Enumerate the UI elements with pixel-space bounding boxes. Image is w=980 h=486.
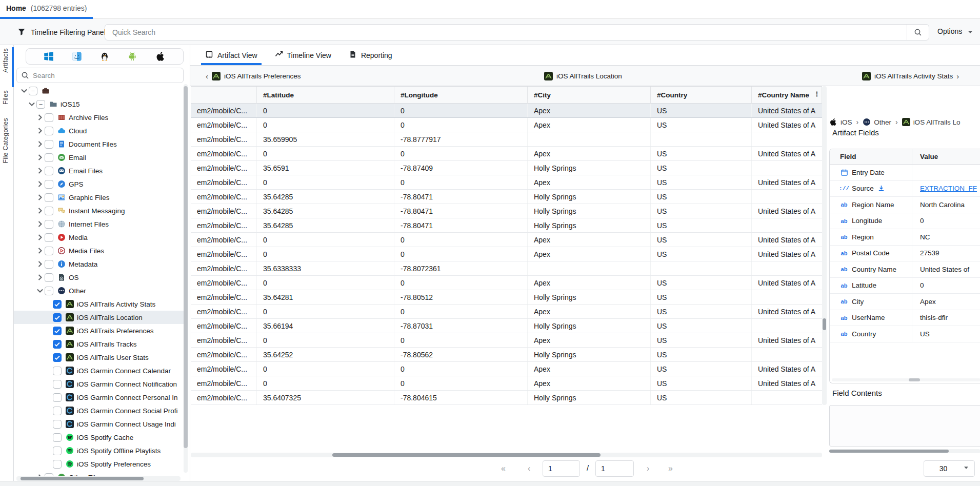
sidebar-horizontal-scrollbar-thumb[interactable] bbox=[21, 477, 144, 480]
grid-row[interactable]: em2/mobile/C...00ApexUSUnited States of … bbox=[191, 276, 822, 290]
grid-row[interactable]: em2/mobile/C...00ApexUSUnited States of … bbox=[191, 175, 822, 190]
chevron-right-icon[interactable] bbox=[35, 233, 45, 241]
grid-row[interactable]: em2/mobile/C...35.64252-78.80562Holly Sp… bbox=[191, 348, 822, 362]
grid-row[interactable]: em2/mobile/C...00ApexUSUnited States of … bbox=[191, 333, 822, 348]
field-row-country-name[interactable]: abCountry NameUnited States of bbox=[830, 261, 980, 278]
tree-checkbox[interactable] bbox=[53, 367, 62, 375]
tree-checkbox[interactable] bbox=[45, 220, 53, 229]
tree-checkbox[interactable] bbox=[45, 140, 53, 149]
chevron-right-icon[interactable] bbox=[35, 140, 45, 148]
tree-item-gps[interactable]: GPS bbox=[14, 177, 184, 191]
quick-search-input[interactable] bbox=[105, 28, 907, 36]
grid-row[interactable]: em2/mobile/C...35.64281-78.80512Holly Sp… bbox=[191, 290, 822, 305]
field-contents-box[interactable] bbox=[829, 405, 980, 447]
tree-checkbox[interactable] bbox=[45, 113, 53, 122]
grid-row[interactable]: em2/mobile/C...00ApexUSUnited States of … bbox=[191, 104, 822, 118]
tree-item-ios-garmin-connect-calendar[interactable]: iOS Garmin Connect Calendar bbox=[14, 364, 184, 377]
grid-row[interactable]: em2/mobile/C...00ApexUSUnited States of … bbox=[191, 233, 822, 247]
tree-item-ios-garmin-connect-usage-indi[interactable]: iOS Garmin Connect Usage Indi bbox=[14, 417, 184, 431]
tree-checkbox[interactable] bbox=[45, 260, 53, 269]
column-header-city[interactable]: #City bbox=[528, 87, 651, 103]
grid-row[interactable]: em2/mobile/C...35.6591-78.87409Holly Spr… bbox=[191, 161, 822, 175]
field-row-region-name[interactable]: abRegion NameNorth Carolina bbox=[830, 197, 980, 213]
tree-item-media-files[interactable]: Media Files bbox=[14, 244, 184, 257]
grid-row[interactable]: em2/mobile/C...00ApexUSUnited States of … bbox=[191, 247, 822, 261]
field-row-source[interactable]: ://SourceEXTRACTION_FF bbox=[830, 181, 980, 197]
column-header-source[interactable] bbox=[191, 87, 257, 103]
tree-checkbox[interactable] bbox=[45, 273, 53, 282]
next-page-button[interactable]: › bbox=[647, 460, 649, 477]
windows-filter-button[interactable] bbox=[44, 51, 54, 62]
prev-artifact-button[interactable]: ‹ iOS AllTrails Preferences bbox=[206, 66, 301, 86]
breadcrumb-item[interactable]: Other bbox=[863, 118, 891, 126]
tree-checkbox[interactable] bbox=[45, 167, 53, 175]
breadcrumb-item[interactable]: iOS AllTrails Lo bbox=[902, 118, 961, 126]
tree-item-instant-messaging[interactable]: Instant Messaging bbox=[14, 204, 184, 217]
chevron-right-icon[interactable] bbox=[35, 153, 45, 161]
tree-checkbox[interactable] bbox=[53, 393, 62, 402]
grid-row[interactable]: em2/mobile/C...35.6407325-78.804615Holly… bbox=[191, 391, 822, 405]
chevron-down-icon[interactable] bbox=[27, 100, 36, 108]
chevron-right-icon[interactable] bbox=[35, 220, 45, 228]
tree-item-ios-alltrails-user-stats[interactable]: iOS AllTrails User Stats bbox=[14, 351, 184, 364]
tree-checkbox[interactable] bbox=[53, 447, 62, 455]
field-row-postal-code[interactable]: abPostal Code27539 bbox=[830, 246, 980, 262]
android-filter-button[interactable] bbox=[127, 51, 137, 62]
fields-column-field[interactable]: Field bbox=[830, 149, 912, 164]
total-pages-input[interactable] bbox=[595, 460, 634, 477]
grid-row[interactable]: em2/mobile/C...35.64285-78.80471Holly Sp… bbox=[191, 204, 822, 218]
tree-item-ios-garmin-connect-social-profi[interactable]: iOS Garmin Connect Social Profi bbox=[14, 404, 184, 417]
last-page-button[interactable]: » bbox=[668, 460, 673, 477]
tab-timeline-view[interactable]: Timeline View bbox=[275, 45, 331, 65]
current-page-input[interactable] bbox=[543, 460, 580, 477]
tree-checkbox[interactable] bbox=[53, 433, 62, 442]
linux-filter-button[interactable] bbox=[99, 51, 110, 62]
tree-item-email-files[interactable]: Email Files bbox=[14, 164, 184, 177]
grid-row[interactable]: em2/mobile/C...35.64285-78.80471Holly Sp… bbox=[191, 190, 822, 204]
grid-vertical-scrollbar-thumb[interactable] bbox=[823, 318, 826, 330]
tree-item-ios-spotify-offline-playlists[interactable]: iOS Spotify Offline Playlists bbox=[14, 444, 184, 457]
field-row-entry-date[interactable]: Entry Date bbox=[830, 165, 980, 181]
tree-item-internet-files[interactable]: Internet Files bbox=[14, 217, 184, 231]
tree-checkbox[interactable] bbox=[53, 380, 62, 389]
tree-checkbox[interactable] bbox=[45, 193, 53, 202]
column-header-country-name[interactable]: #Country Name⋮ bbox=[752, 87, 822, 103]
tree-checkbox[interactable] bbox=[45, 153, 53, 162]
tree-item-ios-garmin-connect-notification[interactable]: iOS Garmin Connect Notification bbox=[14, 377, 184, 391]
chevron-right-icon[interactable] bbox=[35, 180, 45, 188]
tree-item-metadata[interactable]: Metadata bbox=[14, 257, 184, 271]
tree-item-ios-alltrails-preferences[interactable]: iOS AllTrails Preferences bbox=[14, 324, 184, 337]
tree-item-archive-files[interactable]: Archive Files bbox=[14, 111, 184, 124]
field-row-longitude[interactable]: abLongitude0 bbox=[830, 213, 980, 230]
column-header-latitude[interactable]: #Latitude bbox=[257, 87, 394, 103]
chevron-down-icon[interactable] bbox=[19, 87, 29, 95]
sidebar-search-input[interactable] bbox=[33, 72, 179, 79]
page-size-select[interactable]: 30 bbox=[924, 460, 975, 477]
grid-row[interactable]: em2/mobile/C...35.64285-78.80471Holly Sp… bbox=[191, 218, 822, 233]
tree-checkbox[interactable] bbox=[53, 327, 62, 335]
tree-checkbox[interactable] bbox=[53, 460, 62, 469]
tree-item-ios15[interactable]: −iOS15 bbox=[14, 97, 184, 111]
grid-row[interactable]: em2/mobile/C...00ApexUSUnited States of … bbox=[191, 362, 822, 376]
grid-row[interactable]: em2/mobile/C...35.659905-78.8777917 bbox=[191, 132, 822, 147]
tree-item-other[interactable]: −Other bbox=[14, 284, 184, 297]
tree-item-os[interactable]: OS bbox=[14, 271, 184, 284]
prev-page-button[interactable]: ‹ bbox=[528, 460, 530, 477]
field-value-link[interactable]: EXTRACTION_FF bbox=[912, 185, 980, 192]
tree-checkbox[interactable] bbox=[45, 233, 53, 242]
rail-tab-file-categories[interactable]: File Categories bbox=[2, 118, 9, 164]
tree-checkbox[interactable] bbox=[53, 313, 62, 322]
chevron-right-icon[interactable] bbox=[35, 193, 45, 201]
tree-checkbox[interactable] bbox=[53, 353, 62, 362]
chevron-down-icon[interactable] bbox=[35, 287, 45, 295]
grid-row[interactable]: em2/mobile/C...00ApexUSUnited States of … bbox=[191, 376, 822, 391]
search-button[interactable] bbox=[907, 25, 929, 40]
first-page-button[interactable]: « bbox=[501, 460, 506, 477]
tree-checkbox[interactable] bbox=[45, 247, 53, 255]
field-row-username[interactable]: abUserNamethisis-dfir bbox=[830, 310, 980, 327]
tab-home[interactable]: Home (1062798 entries) bbox=[6, 4, 87, 12]
column-header-country[interactable]: #Country bbox=[651, 87, 752, 103]
grid-row[interactable]: em2/mobile/C...00ApexUSUnited States of … bbox=[191, 118, 822, 132]
grid-row[interactable]: em2/mobile/C...35.6338333-78.8072361 bbox=[191, 261, 822, 276]
options-dropdown[interactable]: Options bbox=[937, 27, 973, 35]
